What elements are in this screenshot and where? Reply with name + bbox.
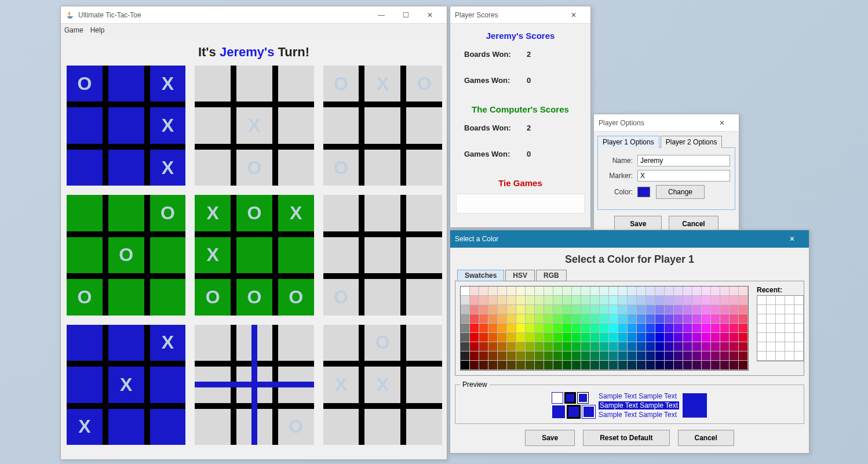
swatch[interactable] [572, 324, 581, 333]
swatch[interactable] [702, 287, 711, 296]
cell-5-3[interactable] [323, 237, 359, 273]
swatch-grid[interactable] [460, 286, 749, 371]
tab-hsv[interactable]: HSV [505, 270, 535, 281]
swatch[interactable] [553, 296, 563, 305]
swatch[interactable] [581, 324, 590, 333]
cell-3-3[interactable] [67, 237, 103, 273]
swatch[interactable] [507, 342, 516, 351]
swatch[interactable] [526, 342, 535, 351]
recent-swatch[interactable] [785, 333, 794, 342]
swatch[interactable] [600, 342, 609, 351]
close-button[interactable]: ✕ [780, 231, 804, 247]
swatch[interactable] [665, 361, 674, 370]
swatch[interactable] [618, 361, 628, 370]
swatch[interactable] [655, 287, 665, 296]
swatch[interactable] [683, 287, 692, 296]
swatch[interactable] [479, 305, 488, 314]
swatch[interactable] [553, 324, 563, 333]
swatch[interactable] [618, 314, 628, 324]
swatch[interactable] [711, 351, 720, 361]
swatch[interactable] [730, 287, 739, 296]
cell-7-0[interactable] [195, 325, 231, 361]
cell-3-6[interactable]: O [67, 279, 103, 315]
swatch[interactable] [739, 287, 748, 296]
swatch[interactable] [535, 342, 544, 351]
swatch[interactable] [470, 333, 479, 342]
swatch[interactable] [665, 324, 674, 333]
swatch[interactable] [461, 296, 470, 305]
cell-8-2[interactable] [406, 325, 442, 361]
swatch[interactable] [628, 342, 637, 351]
cell-1-5[interactable] [278, 107, 314, 143]
swatch[interactable] [479, 333, 488, 342]
cell-7-1[interactable] [236, 325, 272, 361]
swatch[interactable] [655, 333, 665, 342]
swatch[interactable] [692, 324, 702, 333]
swatch[interactable] [739, 342, 748, 351]
cell-8-3[interactable]: X [323, 367, 359, 403]
swatch[interactable] [563, 296, 572, 305]
swatch[interactable] [535, 305, 544, 314]
swatch[interactable] [609, 314, 618, 324]
recent-swatch[interactable] [776, 333, 785, 342]
swatch[interactable] [628, 361, 637, 370]
swatch[interactable] [461, 287, 470, 296]
swatch[interactable] [544, 296, 553, 305]
swatch[interactable] [618, 296, 628, 305]
cell-7-7[interactable] [236, 409, 272, 445]
cell-6-6[interactable]: X [67, 409, 103, 445]
swatch[interactable] [730, 351, 739, 361]
cell-3-1[interactable] [108, 195, 144, 231]
recent-swatch[interactable] [767, 296, 776, 305]
swatch[interactable] [572, 305, 581, 314]
swatch[interactable] [526, 361, 535, 370]
cell-5-4[interactable] [364, 237, 400, 273]
swatch[interactable] [683, 342, 692, 351]
swatch[interactable] [479, 361, 488, 370]
cell-5-0[interactable] [323, 195, 359, 231]
swatch[interactable] [702, 314, 711, 324]
swatch[interactable] [637, 342, 646, 351]
cell-5-6[interactable]: O [323, 279, 359, 315]
recent-swatch[interactable] [785, 324, 794, 333]
swatch[interactable] [739, 305, 748, 314]
tab-player2-options[interactable]: Player 2 Options [661, 136, 723, 148]
swatch[interactable] [507, 287, 516, 296]
recent-swatch[interactable] [757, 296, 767, 305]
swatch[interactable] [720, 324, 730, 333]
recent-swatch[interactable] [794, 342, 804, 351]
swatch[interactable] [711, 324, 720, 333]
cell-4-8[interactable]: O [278, 279, 314, 315]
swatch[interactable] [711, 361, 720, 370]
swatch[interactable] [720, 305, 730, 314]
cell-8-0[interactable] [323, 325, 359, 361]
cell-7-6[interactable] [195, 409, 231, 445]
swatch[interactable] [461, 324, 470, 333]
swatch[interactable] [702, 333, 711, 342]
swatch[interactable] [609, 351, 618, 361]
swatch[interactable] [730, 333, 739, 342]
swatch[interactable] [563, 361, 572, 370]
recent-swatch[interactable] [785, 351, 794, 361]
swatch[interactable] [628, 314, 637, 324]
swatch[interactable] [730, 305, 739, 314]
swatch[interactable] [488, 361, 498, 370]
swatch[interactable] [609, 324, 618, 333]
swatch[interactable] [600, 305, 609, 314]
swatch[interactable] [600, 296, 609, 305]
swatch[interactable] [618, 305, 628, 314]
swatch[interactable] [461, 305, 470, 314]
swatch[interactable] [516, 333, 526, 342]
swatch[interactable] [646, 351, 655, 361]
swatch[interactable] [572, 333, 581, 342]
cell-0-8[interactable]: X [150, 150, 186, 186]
swatch[interactable] [526, 314, 535, 324]
swatch[interactable] [600, 324, 609, 333]
cell-2-6[interactable]: O [323, 150, 359, 186]
swatch[interactable] [711, 333, 720, 342]
recent-swatch[interactable] [767, 314, 776, 324]
cell-2-4[interactable] [364, 107, 400, 143]
swatch[interactable] [683, 305, 692, 314]
swatch[interactable] [655, 305, 665, 314]
swatch[interactable] [516, 287, 526, 296]
